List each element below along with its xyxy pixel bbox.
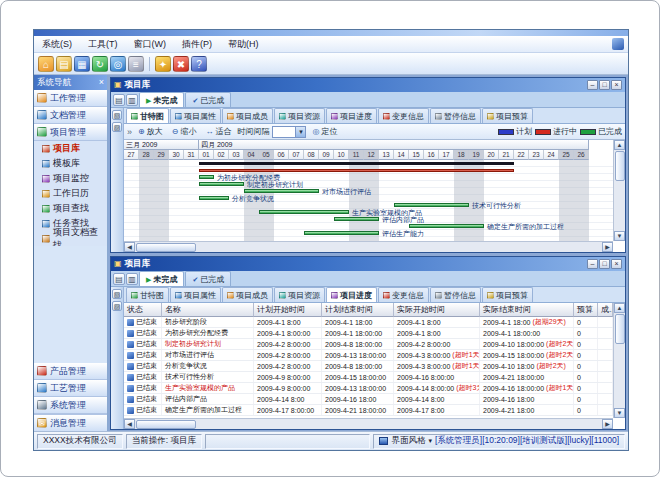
column-header[interactable]: 计划开始时间 (254, 303, 322, 317)
search-icon[interactable]: ◎ (110, 56, 126, 72)
gantt-chart[interactable]: 三月 2009四月 200927282930310102030405060708… (124, 140, 613, 241)
skin-dropdown-icon[interactable]: ▾ (428, 437, 432, 445)
window-minimize-button[interactable]: – (587, 259, 598, 269)
tab-project-members[interactable]: 项目成员 (222, 108, 273, 123)
tab-gantt[interactable]: 甘特图 (126, 287, 169, 302)
window-titlebar[interactable]: ▣项目库–□× (111, 257, 625, 271)
sidebar-item-project-library[interactable]: 项目库 (34, 141, 107, 156)
tab-unfinished[interactable]: ▶未完成 (139, 92, 184, 107)
zoom-out-button[interactable]: ⊖缩小 (169, 125, 200, 138)
window-maximize-button[interactable]: □ (599, 259, 610, 269)
sidebar-group-craft[interactable]: 工艺管理 (34, 380, 107, 397)
skin-label[interactable]: 界面风格 (391, 435, 425, 447)
gantt-bar[interactable] (199, 182, 244, 186)
table-row[interactable]: 已结束技术可行性分析2009-4-9 8:00:002009-4-15 18:0… (124, 372, 613, 383)
tab-project-members[interactable]: 项目成员 (222, 287, 273, 302)
pin-icon[interactable]: ▧ (112, 110, 122, 120)
window-maximize-button[interactable]: □ (599, 80, 610, 90)
scroll-thumb[interactable] (615, 151, 625, 181)
column-header[interactable]: 实际结束时间 (480, 303, 574, 317)
print-icon[interactable]: ≡ (128, 56, 144, 72)
scroll-thumb[interactable] (136, 243, 196, 252)
table-row[interactable]: 已结束初步研究阶段2009-4-1 8:002009-4-1 18:002009… (124, 317, 613, 328)
table-row[interactable]: 已结束制定初步研究计划2009-4-2 8:00:002009-4-8 18:0… (124, 339, 613, 350)
tab-change-info[interactable]: 变更信息 (378, 287, 429, 302)
fit-button[interactable]: ↔适合 (202, 125, 234, 138)
gantt-bar[interactable] (394, 203, 469, 207)
tab-project-resources[interactable]: 项目资源 (274, 287, 325, 302)
vertical-scrollbar[interactable]: ▲▼ (613, 140, 625, 241)
tab-project-progress[interactable]: 项目进度 (326, 108, 377, 123)
gantt-bar[interactable] (199, 169, 514, 172)
open-project-icon[interactable]: ▤ (56, 56, 72, 72)
tab-project-budget[interactable]: 项目预算 (482, 108, 533, 123)
zoom-in-button[interactable]: ⊕放大 (135, 125, 166, 138)
column-header[interactable]: 状态 (124, 303, 162, 317)
home-icon[interactable]: ⌂ (38, 56, 54, 72)
tab-project-resources[interactable]: 项目资源 (274, 108, 325, 123)
tab-project-progress[interactable]: 项目进度 (326, 287, 377, 302)
locate-button[interactable]: ◎定位 (309, 125, 340, 138)
sidebar-item-project-monitor[interactable]: 项目监控 (34, 171, 107, 186)
window-close-button[interactable]: × (611, 259, 622, 269)
column-header[interactable]: 计划结束时间 (322, 303, 394, 317)
gantt-bar[interactable] (334, 217, 379, 221)
list-view-icon[interactable]: ▥ (126, 94, 138, 106)
tab-pause-info[interactable]: 暂停信息 (430, 287, 481, 302)
tab-pause-info[interactable]: 暂停信息 (430, 108, 481, 123)
scroll-down-icon[interactable]: ▼ (614, 408, 625, 418)
scroll-up-icon[interactable]: ▲ (614, 303, 625, 313)
folder-small-icon[interactable]: ▨ (112, 301, 122, 311)
tab-unfinished[interactable]: ▶未完成 (139, 271, 184, 286)
menu-plugin-icon[interactable] (612, 38, 624, 50)
sidebar-close-icon[interactable]: × (99, 78, 104, 87)
tab-project-properties[interactable]: 项目属性 (170, 108, 221, 123)
table-row[interactable]: 已结束分析竞争状况2009-4-2 8:00:002009-4-8 18:00:… (124, 361, 613, 372)
scroll-thumb[interactable] (136, 420, 196, 429)
gantt-bar[interactable] (244, 189, 319, 193)
scroll-right-icon[interactable]: ▶ (602, 242, 613, 252)
gantt-bar[interactable] (409, 224, 484, 228)
menu-help[interactable]: 帮助(H) (220, 38, 267, 51)
column-header[interactable]: 预算 (574, 303, 598, 317)
refresh-icon[interactable]: ↻ (92, 56, 108, 72)
scroll-left-icon[interactable]: ◀ (124, 242, 135, 252)
table-row[interactable]: 已结束对市场进行评估2009-4-2 8:00:002009-4-13 18:0… (124, 350, 613, 361)
window-minimize-button[interactable]: – (587, 80, 598, 90)
overflow-chevron-icon[interactable]: » (127, 127, 132, 137)
interval-select[interactable]: ▾ (272, 126, 306, 138)
gantt-bar[interactable] (259, 210, 349, 214)
folder-view-icon[interactable]: ▤ (113, 94, 125, 106)
horizontal-scrollbar[interactable]: ◀▶ (124, 418, 613, 429)
sidebar-group-projects[interactable]: 项目管理 (34, 124, 107, 141)
scroll-left-icon[interactable]: ◀ (124, 419, 135, 429)
scroll-thumb[interactable] (615, 314, 625, 344)
gantt-bar[interactable] (199, 196, 229, 200)
sidebar-group-documents[interactable]: 文档管理 (34, 107, 107, 124)
help-icon[interactable]: ? (191, 56, 207, 72)
column-header[interactable]: 成... (598, 303, 613, 317)
lock-icon[interactable]: ✦ (155, 56, 171, 72)
folder-small-icon[interactable]: ▨ (112, 122, 122, 132)
tab-change-info[interactable]: 变更信息 (378, 108, 429, 123)
folder-view-icon[interactable]: ▤ (113, 273, 125, 285)
pin-icon[interactable]: ▧ (112, 289, 122, 299)
gantt-bar[interactable] (304, 231, 379, 235)
tab-project-budget[interactable]: 项目预算 (482, 287, 533, 302)
table-row[interactable]: 已结束确定生产所需的加工过程2009-4-17 8:00:002009-4-21… (124, 405, 613, 416)
table-row[interactable]: 已结束为初步研究分配经费2009-4-1 8:00:002009-4-1 18:… (124, 328, 613, 339)
scroll-down-icon[interactable]: ▼ (614, 231, 625, 241)
sidebar-item-project-doc-search[interactable]: 项目文档查找 (34, 231, 107, 246)
window-close-button[interactable]: × (611, 80, 622, 90)
gantt-bar[interactable] (199, 175, 214, 179)
sidebar-group-system[interactable]: 系统管理 (34, 397, 107, 414)
sidebar-item-project-search[interactable]: 项目查找 (34, 201, 107, 216)
stop-icon[interactable]: ✖ (173, 56, 189, 72)
tab-gantt[interactable]: 甘特图 (126, 108, 169, 123)
sidebar-item-template-library[interactable]: 模板库 (34, 156, 107, 171)
tab-project-properties[interactable]: 项目属性 (170, 287, 221, 302)
tab-completed[interactable]: ✔已完成 (185, 92, 231, 107)
table-row[interactable]: 已结束评估内部产品2009-4-14 8:002009-4-16 18:0020… (124, 394, 613, 405)
sidebar-group-work[interactable]: 工作管理 (34, 90, 107, 107)
table-row[interactable]: 已结束生产实验室规模的产品2009-4-9 8:00:002009-4-13 1… (124, 383, 613, 394)
